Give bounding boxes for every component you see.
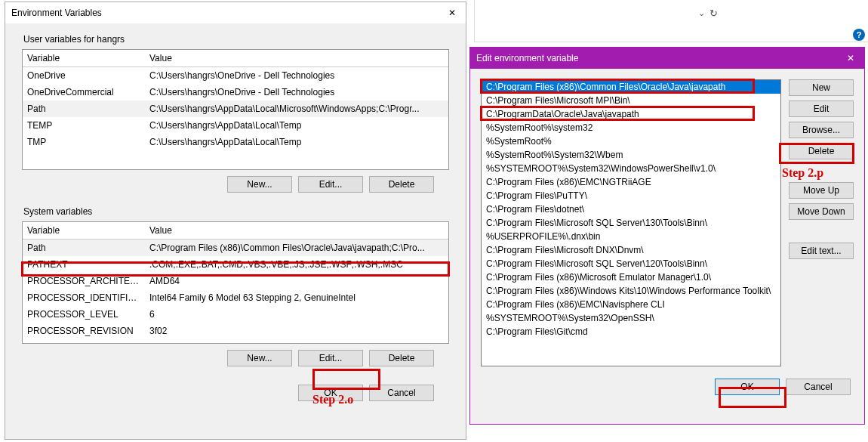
- col-variable: Variable: [23, 50, 145, 66]
- list-item[interactable]: PathC:\Users\hangrs\AppData\Local\Micros…: [23, 100, 448, 117]
- col-variable: Variable: [23, 222, 145, 239]
- col-value: Value: [145, 222, 448, 239]
- env-title: Environment Variables: [11, 8, 102, 18]
- list-item[interactable]: %SystemRoot%: [482, 134, 780, 148]
- help-icon[interactable]: ?: [853, 29, 865, 41]
- list-item[interactable]: %SYSTEMROOT%\System32\WindowsPowerShell\…: [482, 162, 780, 175]
- sys-delete-button[interactable]: Delete: [369, 350, 434, 366]
- list-item[interactable]: C:\Program Files\Microsoft DNX\Dnvm\: [482, 243, 780, 257]
- edit-button[interactable]: Edit: [789, 100, 854, 117]
- user-delete-button[interactable]: Delete: [369, 176, 434, 193]
- list-item[interactable]: %USERPROFILE%\.dnx\bin: [482, 230, 780, 243]
- list-item[interactable]: PathC:\Program Files (x86)\Common Files\…: [23, 240, 448, 256]
- list-item[interactable]: PROCESSOR_REVISION3f02: [23, 323, 448, 339]
- sys-edit-button[interactable]: Edit...: [298, 350, 363, 366]
- edit-ok-button[interactable]: OK: [715, 379, 780, 395]
- environment-variables-dialog: Environment Variables ✕ User variables f…: [5, 2, 466, 440]
- list-item[interactable]: PROCESSOR_LEVEL6: [23, 306, 448, 323]
- list-item[interactable]: C:\Program Files (x86)\Microsoft Emulato…: [482, 270, 780, 284]
- edit-env-dialog: Edit environment variable ✕ C:\Program F…: [469, 47, 865, 425]
- user-new-button[interactable]: New...: [227, 176, 292, 193]
- list-item[interactable]: C:\ProgramData\Oracle\Java\javapath: [482, 107, 780, 121]
- move-down-button[interactable]: Move Down: [789, 203, 854, 220]
- col-value: Value: [145, 50, 448, 66]
- path-list[interactable]: C:\Program Files (x86)\Common Files\Orac…: [481, 79, 781, 366]
- cp-toolbar: ⌄ ↻: [698, 8, 718, 19]
- list-item[interactable]: PATHEXT.COM;.EXE;.BAT;.CMD;.VBS;.VBE;.JS…: [23, 256, 448, 273]
- edit-titlebar: Edit environment variable ✕: [470, 48, 864, 69]
- list-item[interactable]: PROCESSOR_IDENTIFIERIntel64 Family 6 Mod…: [23, 289, 448, 306]
- env-titlebar: Environment Variables ✕: [5, 2, 466, 23]
- chevron-down-icon[interactable]: ⌄: [698, 8, 705, 18]
- new-button[interactable]: New: [789, 79, 854, 96]
- list-item[interactable]: C:\Program Files (x86)\EMC\NGTRiiAGE: [482, 175, 780, 189]
- sys-new-button[interactable]: New...: [227, 350, 292, 366]
- list-item[interactable]: C:\Program Files\Microsoft SQL Server\12…: [482, 257, 780, 270]
- close-icon[interactable]: ✕: [439, 2, 466, 23]
- list-item[interactable]: C:\Program Files (x86)\Windows Kits\10\W…: [482, 284, 780, 298]
- move-up-button[interactable]: Move Up: [789, 182, 854, 199]
- edit-title: Edit environment variable: [476, 53, 578, 63]
- system-vars-list[interactable]: Variable Value PathC:\Program Files (x86…: [22, 221, 449, 344]
- list-item[interactable]: C:\Program Files (x86)\EMC\Navisphere CL…: [482, 298, 780, 311]
- list-item[interactable]: C:\Program Files\Microsoft SQL Server\13…: [482, 216, 780, 230]
- system-vars-label: System variables: [22, 200, 449, 221]
- list-item[interactable]: %SystemRoot%\system32: [482, 121, 780, 134]
- user-vars-label: User variables for hangrs: [22, 28, 449, 49]
- list-item[interactable]: OneDriveCommercialC:\Users\hangrs\OneDri…: [23, 84, 448, 100]
- user-edit-button[interactable]: Edit...: [298, 176, 363, 193]
- env-ok-button[interactable]: OK: [298, 385, 363, 401]
- list-item[interactable]: PROCESSOR_ARCHITECTUREAMD64: [23, 273, 448, 289]
- list-item[interactable]: TEMPC:\Users\hangrs\AppData\Local\Temp: [23, 117, 448, 134]
- control-panel-strip: ⌄ ↻ Search Control Panel 🔍 ?: [474, 0, 868, 42]
- list-item[interactable]: C:\Program Files\dotnet\: [482, 202, 780, 216]
- browse-button[interactable]: Browse...: [789, 122, 854, 138]
- list-item[interactable]: C:\Program Files (x86)\Common Files\Orac…: [482, 80, 780, 94]
- list-item[interactable]: C:\Program Files\Git\cmd: [482, 325, 780, 338]
- list-item[interactable]: C:\Program Files\Microsoft MPI\Bin\: [482, 94, 780, 107]
- refresh-icon[interactable]: ↻: [709, 8, 718, 19]
- list-item[interactable]: TMPC:\Users\hangrs\AppData\Local\Temp: [23, 134, 448, 150]
- list-item[interactable]: C:\Program Files\PuTTY\: [482, 189, 780, 202]
- user-vars-list[interactable]: Variable Value OneDriveC:\Users\hangrs\O…: [22, 49, 449, 170]
- list-item[interactable]: OneDriveC:\Users\hangrs\OneDrive - Dell …: [23, 67, 448, 84]
- edit-cancel-button[interactable]: Cancel: [786, 379, 851, 395]
- list-item[interactable]: %SystemRoot%\System32\Wbem: [482, 148, 780, 162]
- close-icon[interactable]: ✕: [837, 48, 864, 69]
- list-item[interactable]: %SYSTEMROOT%\System32\OpenSSH\: [482, 311, 780, 325]
- edit-text-button[interactable]: Edit text...: [789, 243, 854, 259]
- delete-button[interactable]: Delete: [789, 143, 854, 159]
- env-cancel-button[interactable]: Cancel: [369, 385, 434, 401]
